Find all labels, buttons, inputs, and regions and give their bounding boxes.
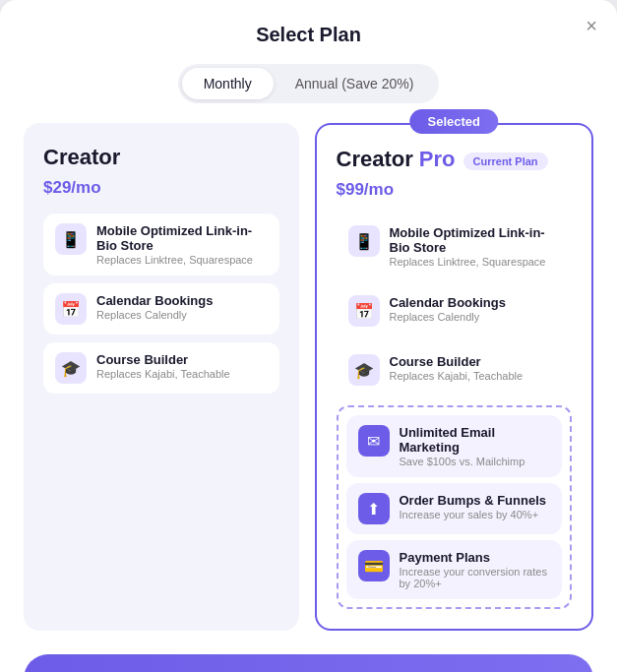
pro-course-title: Course Builder <box>390 354 524 369</box>
pro-linkinbio-icon: 📱 <box>348 225 380 257</box>
pro-course-sub: Replaces Kajabi, Teachable <box>390 370 524 382</box>
upgrade-button[interactable]: Upgrade plan <box>24 654 593 672</box>
pro-feature-course: 🎓 Course Builder Replaces Kajabi, Teacha… <box>337 344 573 396</box>
payment-icon: 💳 <box>358 550 390 581</box>
creator-plan-name: Creator <box>43 145 120 170</box>
creator-features-list: 📱 Mobile Optimized Link-in-Bio Store Rep… <box>43 214 279 394</box>
linkinbio-icon: 📱 <box>55 223 87 255</box>
selected-badge: Selected <box>410 109 498 134</box>
payment-plans-sub: Increase your conversion rates by 20%+ <box>400 566 551 589</box>
creator-pro-plan-price: $99/mo <box>337 180 573 200</box>
pro-course-icon: 🎓 <box>348 354 380 386</box>
course-icon: 🎓 <box>55 352 87 384</box>
payment-plans-title: Payment Plans <box>400 550 551 565</box>
course-sub: Replaces Kajabi, Teachable <box>96 368 230 380</box>
close-button[interactable]: × <box>586 16 597 35</box>
pro-calendar-icon: 📅 <box>348 295 380 327</box>
current-plan-badge: Current Plan <box>463 153 548 170</box>
creator-pro-plan-name: Creator Pro <box>337 147 456 172</box>
order-bumps-sub: Increase your sales by 40%+ <box>400 509 547 520</box>
modal-title: Select Plan <box>256 24 361 46</box>
pro-label: Pro <box>419 147 456 171</box>
creator-feature-calendar: 📅 Calendar Bookings Replaces Calendly <box>43 283 279 335</box>
pro-linkinbio-title: Mobile Optimized Link-in-Bio Store <box>390 225 561 255</box>
monthly-toggle[interactable]: Monthly <box>182 68 274 99</box>
calendar-icon: 📅 <box>55 293 87 325</box>
creator-plan-card: Creator $29/mo 📱 Mobile Optimized Link-i… <box>24 123 299 631</box>
creator-feature-course: 🎓 Course Builder Replaces Kajabi, Teacha… <box>43 342 279 394</box>
email-title: Unlimited Email Marketing <box>400 425 551 455</box>
linkinbio-title: Mobile Optimized Link-in-Bio Store <box>96 223 268 253</box>
creator-feature-linkinbio: 📱 Mobile Optimized Link-in-Bio Store Rep… <box>43 214 279 275</box>
pro-calendar-title: Calendar Bookings <box>390 295 506 310</box>
pro-calendar-sub: Replaces Calendly <box>390 311 506 323</box>
pro-linkinbio-sub: Replaces Linktree, Squarespace <box>390 256 561 268</box>
course-title: Course Builder <box>96 352 230 367</box>
pro-feature-linkinbio: 📱 Mobile Optimized Link-in-Bio Store Rep… <box>337 215 573 277</box>
extra-email-marketing: ✉ Unlimited Email Marketing Save $100s v… <box>346 415 563 477</box>
extras-box: ✉ Unlimited Email Marketing Save $100s v… <box>337 405 573 609</box>
calendar-sub: Replaces Calendly <box>96 309 213 321</box>
extra-order-bumps: ⬆ Order Bumps & Funnels Increase your sa… <box>346 483 563 534</box>
plans-container: Creator $29/mo 📱 Mobile Optimized Link-i… <box>24 123 593 631</box>
email-sub: Save $100s vs. Mailchimp <box>400 456 551 467</box>
creator-pro-plan-card: Selected Creator Pro Current Plan $99/mo… <box>315 123 594 631</box>
linkinbio-sub: Replaces Linktree, Squarespace <box>96 254 268 266</box>
billing-toggle: Monthly Annual (Save 20%) <box>178 64 440 103</box>
calendar-title: Calendar Bookings <box>96 293 213 308</box>
extra-payment-plans: 💳 Payment Plans Increase your conversion… <box>346 540 563 599</box>
order-bumps-title: Order Bumps & Funnels <box>400 493 547 508</box>
annual-toggle[interactable]: Annual (Save 20%) <box>274 68 436 99</box>
select-plan-modal: × Select Plan Monthly Annual (Save 20%) … <box>0 0 617 672</box>
creator-pro-features-list: 📱 Mobile Optimized Link-in-Bio Store Rep… <box>337 215 573 396</box>
funnel-icon: ⬆ <box>358 493 390 524</box>
pro-feature-calendar: 📅 Calendar Bookings Replaces Calendly <box>337 285 573 336</box>
email-icon: ✉ <box>358 425 390 457</box>
creator-plan-price: $29/mo <box>43 178 279 198</box>
